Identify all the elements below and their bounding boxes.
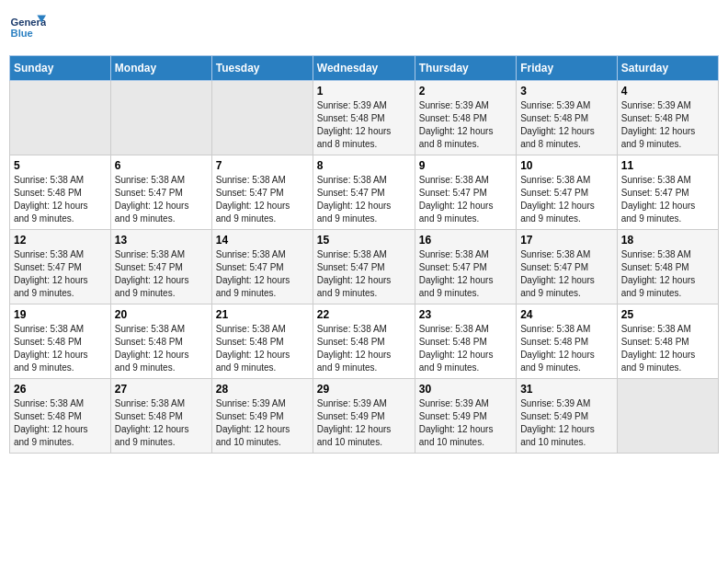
svg-text:Blue: Blue bbox=[11, 28, 33, 39]
calendar-cell: 8Sunrise: 5:38 AM Sunset: 5:47 PM Daylig… bbox=[313, 155, 415, 230]
calendar-cell: 15Sunrise: 5:38 AM Sunset: 5:47 PM Dayli… bbox=[313, 230, 415, 304]
day-number: 23 bbox=[419, 308, 512, 321]
calendar-cell: 4Sunrise: 5:39 AM Sunset: 5:48 PM Daylig… bbox=[617, 81, 718, 155]
day-number: 21 bbox=[216, 308, 309, 321]
calendar-week-3: 19Sunrise: 5:38 AM Sunset: 5:48 PM Dayli… bbox=[10, 304, 719, 379]
calendar-week-2: 12Sunrise: 5:38 AM Sunset: 5:47 PM Dayli… bbox=[10, 230, 719, 304]
day-info: Sunrise: 5:38 AM Sunset: 5:47 PM Dayligh… bbox=[419, 248, 512, 300]
calendar-cell: 26Sunrise: 5:38 AM Sunset: 5:48 PM Dayli… bbox=[10, 379, 111, 454]
col-header-tuesday: Tuesday bbox=[211, 56, 313, 81]
col-header-monday: Monday bbox=[110, 56, 211, 81]
calendar-cell: 2Sunrise: 5:39 AM Sunset: 5:48 PM Daylig… bbox=[415, 81, 516, 155]
calendar-cell: 19Sunrise: 5:38 AM Sunset: 5:48 PM Dayli… bbox=[10, 304, 111, 379]
calendar-table: SundayMondayTuesdayWednesdayThursdayFrid… bbox=[9, 55, 719, 454]
day-number: 15 bbox=[317, 234, 411, 247]
calendar-cell: 30Sunrise: 5:39 AM Sunset: 5:49 PM Dayli… bbox=[415, 379, 516, 454]
day-number: 12 bbox=[14, 234, 107, 247]
day-number: 22 bbox=[317, 308, 411, 321]
calendar-cell: 14Sunrise: 5:38 AM Sunset: 5:47 PM Dayli… bbox=[211, 230, 313, 304]
day-info: Sunrise: 5:39 AM Sunset: 5:49 PM Dayligh… bbox=[520, 397, 613, 449]
calendar-cell: 17Sunrise: 5:38 AM Sunset: 5:47 PM Dayli… bbox=[517, 230, 618, 304]
calendar-cell: 25Sunrise: 5:38 AM Sunset: 5:48 PM Dayli… bbox=[617, 304, 718, 379]
calendar-cell bbox=[617, 379, 718, 454]
day-info: Sunrise: 5:38 AM Sunset: 5:48 PM Dayligh… bbox=[317, 323, 411, 374]
day-info: Sunrise: 5:38 AM Sunset: 5:48 PM Dayligh… bbox=[115, 397, 208, 449]
col-header-sunday: Sunday bbox=[10, 56, 111, 81]
calendar-cell: 20Sunrise: 5:38 AM Sunset: 5:48 PM Dayli… bbox=[110, 304, 211, 379]
col-header-wednesday: Wednesday bbox=[313, 56, 415, 81]
day-number: 7 bbox=[216, 159, 309, 172]
day-number: 1 bbox=[317, 85, 411, 98]
day-number: 8 bbox=[317, 159, 411, 172]
day-info: Sunrise: 5:38 AM Sunset: 5:47 PM Dayligh… bbox=[115, 248, 208, 300]
day-info: Sunrise: 5:38 AM Sunset: 5:47 PM Dayligh… bbox=[317, 174, 411, 225]
day-info: Sunrise: 5:38 AM Sunset: 5:48 PM Dayligh… bbox=[115, 323, 208, 374]
day-number: 11 bbox=[621, 159, 714, 172]
day-number: 20 bbox=[115, 308, 208, 321]
calendar-cell: 28Sunrise: 5:39 AM Sunset: 5:49 PM Dayli… bbox=[211, 379, 313, 454]
col-header-saturday: Saturday bbox=[617, 56, 718, 81]
day-number: 9 bbox=[419, 159, 512, 172]
calendar-cell: 6Sunrise: 5:38 AM Sunset: 5:47 PM Daylig… bbox=[110, 155, 211, 230]
calendar-week-0: 1Sunrise: 5:39 AM Sunset: 5:48 PM Daylig… bbox=[10, 81, 719, 155]
col-header-thursday: Thursday bbox=[415, 56, 516, 81]
day-number: 24 bbox=[520, 308, 613, 321]
day-number: 3 bbox=[520, 85, 613, 98]
calendar-cell: 9Sunrise: 5:38 AM Sunset: 5:47 PM Daylig… bbox=[415, 155, 516, 230]
day-info: Sunrise: 5:38 AM Sunset: 5:47 PM Dayligh… bbox=[419, 174, 512, 225]
calendar-cell bbox=[211, 81, 313, 155]
logo: General Blue bbox=[9, 9, 50, 46]
day-info: Sunrise: 5:39 AM Sunset: 5:49 PM Dayligh… bbox=[216, 397, 309, 449]
calendar-cell: 23Sunrise: 5:38 AM Sunset: 5:48 PM Dayli… bbox=[415, 304, 516, 379]
day-info: Sunrise: 5:38 AM Sunset: 5:48 PM Dayligh… bbox=[14, 174, 107, 225]
calendar-cell bbox=[10, 81, 111, 155]
calendar-cell: 13Sunrise: 5:38 AM Sunset: 5:47 PM Dayli… bbox=[110, 230, 211, 304]
calendar-cell: 31Sunrise: 5:39 AM Sunset: 5:49 PM Dayli… bbox=[517, 379, 618, 454]
calendar-cell: 29Sunrise: 5:39 AM Sunset: 5:49 PM Dayli… bbox=[313, 379, 415, 454]
day-info: Sunrise: 5:39 AM Sunset: 5:48 PM Dayligh… bbox=[621, 99, 714, 151]
day-number: 28 bbox=[216, 383, 309, 396]
day-info: Sunrise: 5:39 AM Sunset: 5:48 PM Dayligh… bbox=[419, 99, 512, 151]
calendar-week-4: 26Sunrise: 5:38 AM Sunset: 5:48 PM Dayli… bbox=[10, 379, 719, 454]
day-number: 27 bbox=[115, 383, 208, 396]
calendar-cell: 27Sunrise: 5:38 AM Sunset: 5:48 PM Dayli… bbox=[110, 379, 211, 454]
calendar-cell: 10Sunrise: 5:38 AM Sunset: 5:47 PM Dayli… bbox=[517, 155, 618, 230]
day-info: Sunrise: 5:38 AM Sunset: 5:47 PM Dayligh… bbox=[520, 174, 613, 225]
day-info: Sunrise: 5:38 AM Sunset: 5:47 PM Dayligh… bbox=[621, 174, 714, 225]
calendar-cell: 22Sunrise: 5:38 AM Sunset: 5:48 PM Dayli… bbox=[313, 304, 415, 379]
day-number: 16 bbox=[419, 234, 512, 247]
day-info: Sunrise: 5:38 AM Sunset: 5:48 PM Dayligh… bbox=[520, 323, 613, 374]
day-info: Sunrise: 5:38 AM Sunset: 5:48 PM Dayligh… bbox=[216, 323, 309, 374]
calendar-cell: 1Sunrise: 5:39 AM Sunset: 5:48 PM Daylig… bbox=[313, 81, 415, 155]
calendar-cell: 7Sunrise: 5:38 AM Sunset: 5:47 PM Daylig… bbox=[211, 155, 313, 230]
day-info: Sunrise: 5:38 AM Sunset: 5:48 PM Dayligh… bbox=[621, 323, 714, 374]
calendar-cell: 11Sunrise: 5:38 AM Sunset: 5:47 PM Dayli… bbox=[617, 155, 718, 230]
day-info: Sunrise: 5:38 AM Sunset: 5:47 PM Dayligh… bbox=[317, 248, 411, 300]
day-info: Sunrise: 5:39 AM Sunset: 5:48 PM Dayligh… bbox=[317, 99, 411, 151]
day-info: Sunrise: 5:38 AM Sunset: 5:47 PM Dayligh… bbox=[14, 248, 107, 300]
day-info: Sunrise: 5:38 AM Sunset: 5:47 PM Dayligh… bbox=[216, 248, 309, 300]
day-number: 2 bbox=[419, 85, 512, 98]
day-number: 6 bbox=[115, 159, 208, 172]
day-number: 17 bbox=[520, 234, 613, 247]
day-info: Sunrise: 5:38 AM Sunset: 5:48 PM Dayligh… bbox=[14, 323, 107, 374]
day-number: 5 bbox=[14, 159, 107, 172]
calendar-cell: 12Sunrise: 5:38 AM Sunset: 5:47 PM Dayli… bbox=[10, 230, 111, 304]
day-info: Sunrise: 5:38 AM Sunset: 5:48 PM Dayligh… bbox=[419, 323, 512, 374]
calendar-cell: 3Sunrise: 5:39 AM Sunset: 5:48 PM Daylig… bbox=[517, 81, 618, 155]
day-info: Sunrise: 5:38 AM Sunset: 5:48 PM Dayligh… bbox=[621, 248, 714, 300]
calendar-cell: 24Sunrise: 5:38 AM Sunset: 5:48 PM Dayli… bbox=[517, 304, 618, 379]
day-number: 31 bbox=[520, 383, 613, 396]
col-header-friday: Friday bbox=[517, 56, 618, 81]
day-number: 26 bbox=[14, 383, 107, 396]
day-number: 4 bbox=[621, 85, 714, 98]
day-info: Sunrise: 5:38 AM Sunset: 5:47 PM Dayligh… bbox=[520, 248, 613, 300]
calendar-cell: 16Sunrise: 5:38 AM Sunset: 5:47 PM Dayli… bbox=[415, 230, 516, 304]
day-number: 19 bbox=[14, 308, 107, 321]
logo-icon: General Blue bbox=[9, 9, 46, 46]
calendar-cell: 5Sunrise: 5:38 AM Sunset: 5:48 PM Daylig… bbox=[10, 155, 111, 230]
day-number: 25 bbox=[621, 308, 714, 321]
day-number: 13 bbox=[115, 234, 208, 247]
day-number: 30 bbox=[419, 383, 512, 396]
day-number: 18 bbox=[621, 234, 714, 247]
